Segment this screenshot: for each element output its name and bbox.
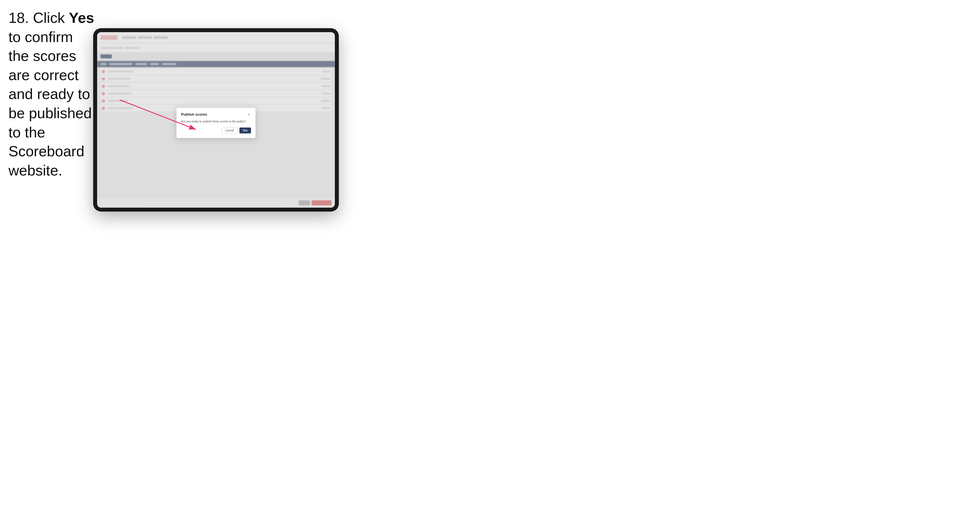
modal-overlay: Publish scores × Are you ready to publis…	[97, 32, 335, 208]
yes-button[interactable]: Yes	[239, 127, 251, 133]
step-number: 18.	[8, 10, 29, 26]
modal-title: Publish scores	[181, 112, 207, 116]
modal-close-button[interactable]: ×	[247, 112, 251, 117]
publish-scores-modal: Publish scores × Are you ready to publis…	[177, 108, 256, 138]
modal-body-text: Are you ready to publish these scores to…	[181, 120, 251, 124]
cancel-button[interactable]: Cancel	[222, 127, 238, 133]
tablet-screen: Publish scores × Are you ready to publis…	[97, 32, 335, 208]
modal-footer: Cancel Yes	[181, 127, 251, 133]
instruction-text: 18. Click Yes to confirm the scores are …	[8, 8, 96, 180]
instruction-prefix: Click	[29, 10, 69, 26]
instruction-suffix: to confirm the scores are correct and re…	[8, 29, 92, 179]
tablet-device: Publish scores × Are you ready to publis…	[93, 28, 339, 211]
bold-yes: Yes	[69, 10, 94, 26]
modal-header: Publish scores ×	[181, 112, 251, 117]
